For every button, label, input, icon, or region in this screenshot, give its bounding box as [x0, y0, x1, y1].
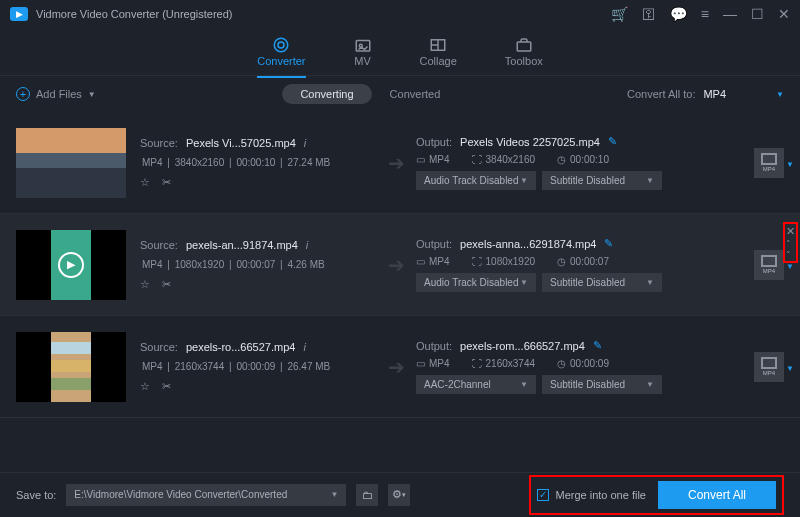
thumbnail[interactable]	[16, 332, 126, 402]
expand-icon: ⛶	[472, 256, 482, 267]
svg-rect-9	[16, 128, 126, 153]
move-up-icon[interactable]: ˄	[786, 239, 795, 249]
feedback-icon[interactable]: 💬	[670, 6, 687, 22]
minimize-icon[interactable]: —	[723, 6, 737, 22]
source-meta: MP4 | 1080x1920 | 00:00:07 | 4.26 MB	[140, 259, 376, 270]
file-row: Source: pexels-ro...66527.mp4 i MP4 | 21…	[0, 316, 800, 418]
output-format-button[interactable]: MP4 ▼	[754, 148, 784, 178]
audio-track-dropdown[interactable]: AAC-2Channel▼	[416, 375, 536, 394]
film-icon: ▭	[416, 358, 425, 369]
add-files-button[interactable]: + Add Files ▼	[16, 87, 96, 101]
subtitle-dropdown[interactable]: Subtitle Disabled▼	[542, 273, 662, 292]
tab-converted[interactable]: Converted	[390, 88, 441, 100]
nav-toolbox[interactable]: Toolbox	[505, 37, 543, 67]
svg-rect-8	[16, 168, 126, 198]
merge-checkbox[interactable]: ✓ Merge into one file	[537, 489, 646, 501]
converter-icon	[272, 37, 290, 53]
output-filename: Pexels Videos 2257025.mp4	[460, 136, 600, 148]
plus-icon: +	[16, 87, 30, 101]
mv-icon	[354, 37, 372, 53]
output-filename: pexels-anna...6291874.mp4	[460, 238, 596, 250]
star-icon[interactable]: ☆	[140, 380, 150, 393]
source-filename: Pexels Vi...57025.mp4	[186, 137, 296, 149]
menu-icon[interactable]: ≡	[701, 6, 709, 22]
svg-rect-20	[51, 378, 91, 390]
collage-icon	[429, 37, 447, 53]
maximize-icon[interactable]: ☐	[751, 6, 764, 22]
nav-collage[interactable]: Collage	[420, 37, 457, 67]
bottom-bar: Save to: E:\Vidmore\Vidmore Video Conver…	[0, 472, 800, 516]
film-icon: ▭	[416, 154, 425, 165]
svg-rect-18	[51, 342, 91, 354]
chevron-down-icon: ▼	[520, 380, 528, 389]
chevron-down-icon: ▼	[786, 364, 794, 373]
info-icon[interactable]: i	[303, 341, 305, 353]
chevron-down-icon: ▼	[330, 490, 338, 499]
cart-icon[interactable]: 🛒	[611, 6, 628, 22]
convert-all-format-dropdown[interactable]: MP4 ▼	[703, 88, 784, 100]
app-title: Vidmore Video Converter (Unregistered)	[36, 8, 232, 20]
play-icon: ▶	[58, 252, 84, 278]
svg-rect-15	[763, 257, 775, 265]
move-down-icon[interactable]: ˅	[786, 250, 795, 260]
output-format-button[interactable]: MP4 ▼	[754, 250, 784, 280]
source-meta: MP4 | 3840x2160 | 00:00:10 | 27.24 MB	[140, 157, 376, 168]
audio-track-dropdown[interactable]: Audio Track Disabled▼	[416, 171, 536, 190]
output-filename: pexels-rom...666527.mp4	[460, 340, 585, 352]
toolbox-icon	[515, 37, 533, 53]
main-nav: Converter MV Collage Toolbox	[0, 28, 800, 76]
clock-icon: ◷	[557, 358, 566, 369]
chevron-down-icon: ▼	[520, 278, 528, 287]
edit-icon[interactable]: ✎	[593, 339, 602, 352]
source-label: Source:	[140, 239, 178, 251]
titlebar: ▶ Vidmore Video Converter (Unregistered)…	[0, 0, 800, 28]
info-icon[interactable]: i	[304, 137, 306, 149]
nav-mv[interactable]: MV	[354, 37, 372, 67]
subtitle-dropdown[interactable]: Subtitle Disabled▼	[542, 171, 662, 190]
arrow-icon: ➔	[376, 151, 416, 175]
svg-rect-6	[517, 42, 531, 51]
convert-all-button[interactable]: Convert All	[658, 481, 776, 509]
tab-converting[interactable]: Converting	[282, 84, 371, 104]
file-list: Source: Pexels Vi...57025.mp4 i MP4 | 38…	[0, 112, 800, 472]
arrow-icon: ➔	[376, 355, 416, 379]
key-icon[interactable]: ⚿	[642, 6, 656, 22]
file-row: ▶ Source: pexels-an...91874.mp4 i MP4 | …	[0, 214, 800, 316]
thumbnail[interactable]	[16, 128, 126, 198]
row-controls: ✕ ˄ ˅	[783, 222, 798, 263]
svg-rect-11	[763, 155, 775, 163]
save-path-dropdown[interactable]: E:\Vidmore\Vidmore Video Converter\Conve…	[66, 484, 346, 506]
cut-icon[interactable]: ✂	[162, 380, 171, 393]
thumbnail[interactable]: ▶	[16, 230, 126, 300]
edit-icon[interactable]: ✎	[608, 135, 617, 148]
source-meta: MP4 | 2160x3744 | 00:00:09 | 26.47 MB	[140, 361, 376, 372]
chevron-down-icon: ▼	[646, 278, 654, 287]
output-label: Output:	[416, 136, 452, 148]
add-files-label: Add Files	[36, 88, 82, 100]
expand-icon: ⛶	[472, 358, 482, 369]
output-format-button[interactable]: MP4 ▼	[754, 352, 784, 382]
subtitle-dropdown[interactable]: Subtitle Disabled▼	[542, 375, 662, 394]
star-icon[interactable]: ☆	[140, 278, 150, 291]
info-icon[interactable]: i	[306, 239, 308, 251]
star-icon[interactable]: ☆	[140, 176, 150, 189]
open-folder-button[interactable]: 🗀	[356, 484, 378, 506]
nav-converter[interactable]: Converter	[257, 37, 305, 67]
source-label: Source:	[140, 341, 178, 353]
cut-icon[interactable]: ✂	[162, 176, 171, 189]
clock-icon: ◷	[557, 154, 566, 165]
chevron-down-icon: ▼	[88, 90, 96, 99]
chevron-down-icon: ▼	[646, 380, 654, 389]
app-logo: ▶	[10, 7, 28, 21]
close-icon[interactable]: ✕	[778, 6, 790, 22]
nav-converter-label: Converter	[257, 55, 305, 67]
source-filename: pexels-an...91874.mp4	[186, 239, 298, 251]
source-filename: pexels-ro...66527.mp4	[186, 341, 295, 353]
svg-rect-22	[763, 359, 775, 367]
settings-button[interactable]: ⚙▾	[388, 484, 410, 506]
cut-icon[interactable]: ✂	[162, 278, 171, 291]
edit-icon[interactable]: ✎	[604, 237, 613, 250]
audio-track-dropdown[interactable]: Audio Track Disabled▼	[416, 273, 536, 292]
save-to-label: Save to:	[16, 489, 56, 501]
remove-icon[interactable]: ✕	[786, 225, 795, 238]
